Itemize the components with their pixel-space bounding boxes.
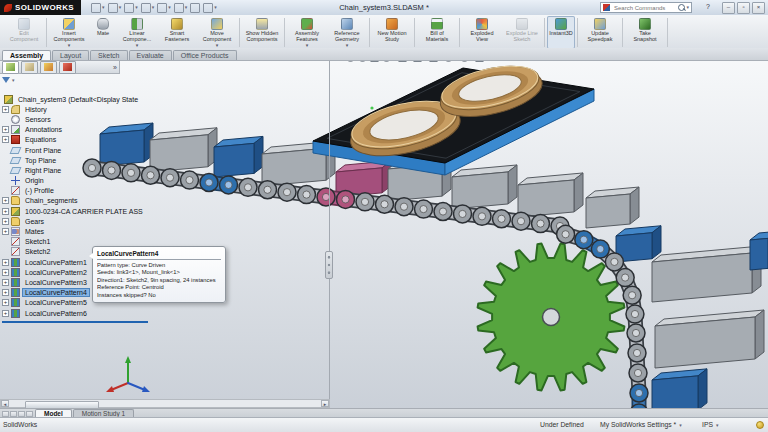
search-caret-icon[interactable]: ▾ [686, 5, 689, 10]
expand-icon[interactable]: + [2, 299, 9, 306]
panel-overflow-chevron[interactable]: » [113, 64, 117, 71]
expand-icon[interactable]: + [2, 197, 9, 204]
linear-compone-button[interactable]: Linear Compone...▾ [117, 16, 157, 49]
filter-funnel-icon[interactable] [2, 77, 10, 83]
tree-filter[interactable]: ▾ [2, 77, 15, 83]
exploded-view-button[interactable]: Exploded View [462, 16, 502, 49]
update-speedpak-button[interactable]: Update Speedpak [580, 16, 620, 49]
tree-item-mates[interactable]: +Mates [2, 226, 328, 236]
tooltip-divider [97, 259, 221, 260]
pattern-icon [11, 309, 20, 318]
expand-icon[interactable]: + [2, 126, 9, 133]
new-motion-study-button[interactable]: New Motion Study [372, 16, 412, 49]
help-button[interactable]: ? [706, 3, 710, 10]
propertymanager-tab[interactable] [21, 61, 38, 74]
dropdown-caret-icon[interactable]: ▾ [214, 5, 217, 10]
tree-item-front-plane[interactable]: Front Plane [2, 145, 328, 155]
search-input[interactable] [612, 4, 678, 12]
tree-item-sensors[interactable]: Sensors [2, 114, 328, 124]
dropdown-caret-icon[interactable]: ▾ [119, 5, 122, 10]
units-caret-icon[interactable]: ▾ [716, 422, 719, 428]
dropdown-caret-icon[interactable]: ▾ [216, 43, 219, 47]
expand-icon[interactable]: + [2, 228, 9, 235]
tree-item-right-plane[interactable]: Right Plane [2, 165, 328, 175]
horizontal-scrollbar[interactable]: ◂ ▸ [0, 399, 330, 408]
filter-caret-icon[interactable]: ▾ [12, 78, 15, 83]
instant3d-button[interactable]: Instant3D [547, 16, 575, 49]
expand-icon[interactable]: + [2, 279, 9, 286]
dropdown-caret-icon[interactable]: ▾ [136, 43, 139, 47]
options-button[interactable]: ▾ [203, 3, 217, 13]
move-component-button[interactable]: Move Component▾ [197, 16, 237, 49]
open-button[interactable]: ▾ [108, 3, 122, 13]
close-icon[interactable]: × [752, 2, 765, 14]
reference-geometry-button[interactable]: Reference Geometry▾ [327, 16, 367, 49]
tab-office-products[interactable]: Office Products [173, 50, 237, 60]
minimize-icon[interactable]: – [722, 2, 735, 14]
bill-of-materials-button[interactable]: Bill of Materials [417, 16, 457, 49]
expand-icon[interactable]: + [2, 259, 9, 266]
assembly-features-button[interactable]: Assembly Features▾ [287, 16, 327, 49]
tab-assembly[interactable]: Assembly [2, 50, 51, 60]
scroll-right-icon[interactable]: ▸ [321, 400, 329, 407]
tree-item-label: Annotations [23, 126, 64, 133]
featuremanager-tab[interactable] [2, 61, 19, 74]
sprocket-gear[interactable] [478, 244, 625, 391]
save-button[interactable]: ▾ [124, 3, 138, 13]
tree-item-gears[interactable]: +Gears [2, 216, 328, 226]
scroll-left-icon[interactable]: ◂ [1, 400, 9, 407]
dropdown-caret-icon[interactable]: ▾ [68, 43, 71, 47]
dimxpertmanager-tab[interactable] [59, 61, 76, 74]
smart-fasteners-button[interactable]: Smart Fasteners [157, 16, 197, 49]
tree-item-top-plane[interactable]: Top Plane [2, 155, 328, 165]
dropdown-caret-icon[interactable]: ▾ [152, 5, 155, 10]
dropdown-caret-icon[interactable]: ▾ [135, 5, 138, 10]
tree-item-equations[interactable]: +Equations [2, 135, 328, 145]
undo-button[interactable]: ▾ [157, 3, 171, 13]
tab-evaluate[interactable]: Evaluate [129, 50, 172, 60]
units-dropdown[interactable]: IPS▾ [702, 421, 718, 428]
rebuild-button[interactable] [190, 3, 200, 13]
tab-sketch[interactable]: Sketch [90, 50, 127, 60]
tree-item-1000-0234-ca-carrier-plate-ass[interactable]: +1000-0234-CA CARRIER PLATE ASS [2, 206, 328, 216]
configurationmanager-tab[interactable] [40, 61, 57, 74]
pattern-icon [11, 288, 20, 297]
search-icon[interactable] [678, 4, 685, 11]
dropdown-caret-icon[interactable]: ▾ [185, 5, 188, 10]
rollback-bar[interactable] [2, 321, 148, 323]
show-hidden-components-button[interactable]: Show Hidden Components [242, 16, 282, 49]
dropdown-caret-icon[interactable]: ▾ [168, 5, 171, 10]
new-document-button[interactable]: ▾ [91, 3, 105, 13]
tab-layout[interactable]: Layout [52, 50, 89, 60]
expand-icon[interactable]: + [2, 106, 9, 113]
tree-root-item[interactable]: Chain_system3 (Default<Display State [2, 94, 328, 104]
settings-dropdown[interactable]: My SolidWorks Settings *▾ [600, 421, 682, 428]
restore-icon[interactable]: ▫ [737, 2, 750, 14]
select-button[interactable]: ▾ [174, 3, 188, 13]
expand-icon[interactable]: + [2, 218, 9, 225]
solidworks-search-flag-icon [603, 4, 610, 11]
mate-button[interactable]: Mate [89, 16, 117, 49]
dropdown-caret-icon[interactable]: ▾ [346, 43, 349, 47]
tree-item-origin[interactable]: Origin [2, 176, 328, 186]
expand-icon[interactable]: + [2, 289, 9, 296]
dropdown-caret-icon[interactable]: ▾ [102, 5, 105, 10]
search-commands-box[interactable]: ▾ [600, 2, 692, 13]
expand-icon[interactable]: + [2, 310, 9, 317]
take-snapshot-button[interactable]: Take Snapshot [625, 16, 665, 49]
tree-item-chain-segments[interactable]: +Chain_segments [2, 196, 328, 206]
tree-item-label: Sketch1 [23, 238, 52, 245]
expand-icon[interactable]: + [2, 136, 9, 143]
print-icon [141, 3, 151, 13]
expand-icon[interactable]: + [2, 208, 9, 215]
tree-item-localcurvepattern6[interactable]: +LocalCurvePattern6 [2, 308, 328, 318]
tree-item-annotations[interactable]: +Annotations [2, 125, 328, 135]
insert-components-button[interactable]: Insert Components▾ [49, 16, 89, 49]
dropdown-caret-icon[interactable]: ▾ [306, 43, 309, 47]
expand-icon[interactable]: + [2, 269, 9, 276]
settings-caret-icon[interactable]: ▾ [679, 422, 682, 428]
quick-tips-icon[interactable] [756, 421, 764, 429]
tree-item-history[interactable]: +History [2, 104, 328, 114]
print-button[interactable]: ▾ [141, 3, 155, 13]
tree-item-profile[interactable]: (-) Profile [2, 186, 328, 196]
